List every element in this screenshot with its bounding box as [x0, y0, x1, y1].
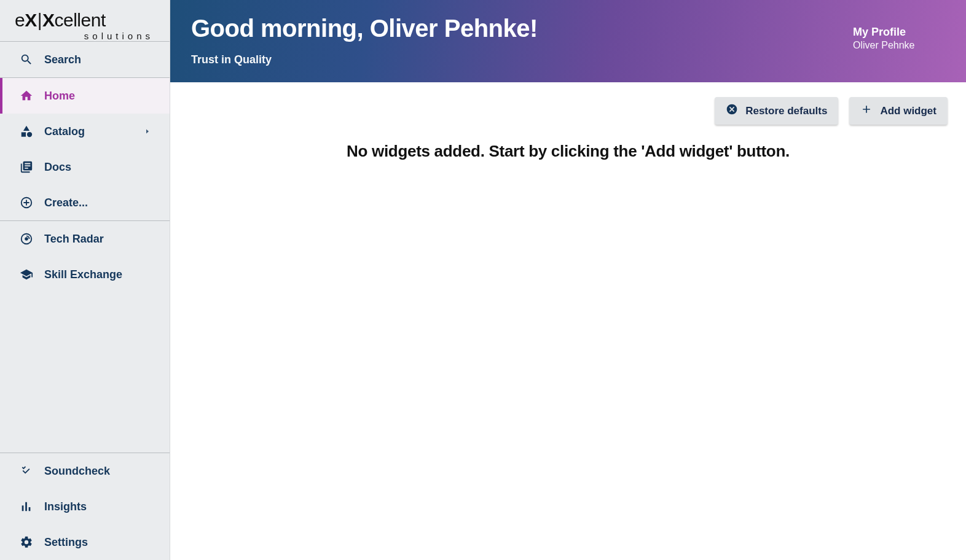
- search-icon: [20, 53, 33, 66]
- sidebar-item-home[interactable]: Home: [0, 78, 170, 114]
- chevron-right-icon: [144, 125, 151, 138]
- docs-icon: [20, 160, 33, 174]
- page-greeting: Good morning, Oliver Pehnke!: [191, 15, 538, 42]
- sidebar-item-label: Skill Exchange: [44, 268, 162, 281]
- sidebar-item-label: Insights: [44, 500, 162, 513]
- svg-point-0: [27, 132, 32, 137]
- brand-logo: eX|Xcellent solutions: [0, 0, 170, 41]
- button-label: Add widget: [880, 105, 937, 117]
- sidebar-item-label: Settings: [44, 536, 162, 549]
- radar-icon: [20, 232, 33, 246]
- widget-toolbar: Restore defaults Add widget: [170, 82, 966, 125]
- brand-logo-subtext: solutions: [84, 31, 154, 41]
- sidebar-item-label: Docs: [44, 161, 162, 174]
- sidebar-item-docs[interactable]: Docs: [0, 149, 170, 185]
- catalog-icon: [20, 125, 33, 138]
- nav-group-tools: Tech Radar Skill Exchange: [0, 220, 170, 292]
- sidebar-item-search[interactable]: Search: [0, 42, 170, 77]
- empty-state-message: No widgets added. Start by clicking the …: [347, 142, 790, 161]
- home-icon: [20, 89, 33, 103]
- button-label: Restore defaults: [745, 105, 827, 117]
- soundcheck-icon: [20, 464, 33, 478]
- skill-icon: [20, 268, 33, 281]
- nav-group-main: Home Catalog Docs Create...: [0, 77, 170, 220]
- cancel-circle-icon: [726, 103, 738, 119]
- add-widget-button[interactable]: Add widget: [849, 97, 948, 125]
- profile-name: Oliver Pehnke: [853, 40, 945, 51]
- sidebar-item-label: Search: [44, 53, 162, 66]
- sidebar-item-techradar[interactable]: Tech Radar: [0, 221, 170, 257]
- sidebar-item-skillexchange[interactable]: Skill Exchange: [0, 257, 170, 292]
- sidebar-item-label: Home: [44, 90, 162, 103]
- nav-group-search: Search: [0, 41, 170, 77]
- main-content: Good morning, Oliver Pehnke! Trust in Qu…: [170, 0, 966, 560]
- settings-icon: [20, 535, 33, 549]
- brand-logo-text: eX|Xcellent: [15, 11, 106, 29]
- plus-icon: [860, 103, 873, 119]
- page-tagline: Trust in Quality: [191, 53, 538, 66]
- sidebar-item-insights[interactable]: Insights: [0, 489, 170, 524]
- create-icon: [20, 196, 33, 209]
- sidebar-item-label: Tech Radar: [44, 233, 162, 246]
- insights-icon: [20, 500, 33, 513]
- hero-banner: Good morning, Oliver Pehnke! Trust in Qu…: [170, 0, 966, 82]
- sidebar: eX|Xcellent solutions Search Home Catalo…: [0, 0, 170, 560]
- sidebar-item-settings[interactable]: Settings: [0, 524, 170, 560]
- sidebar-item-create[interactable]: Create...: [0, 185, 170, 220]
- profile-title: My Profile: [853, 26, 945, 39]
- sidebar-item-catalog[interactable]: Catalog: [0, 114, 170, 149]
- sidebar-item-label: Soundcheck: [44, 465, 162, 478]
- sidebar-item-soundcheck[interactable]: Soundcheck: [0, 453, 170, 489]
- sidebar-item-label: Create...: [44, 196, 162, 209]
- hero-text: Good morning, Oliver Pehnke! Trust in Qu…: [191, 15, 538, 66]
- svg-point-1: [25, 237, 28, 241]
- nav-group-bottom: Soundcheck Insights Settings: [0, 453, 170, 560]
- nav-spacer: [0, 292, 170, 453]
- restore-defaults-button[interactable]: Restore defaults: [715, 97, 838, 125]
- sidebar-item-label: Catalog: [44, 125, 133, 138]
- profile-link[interactable]: My Profile Oliver Pehnke: [853, 15, 945, 51]
